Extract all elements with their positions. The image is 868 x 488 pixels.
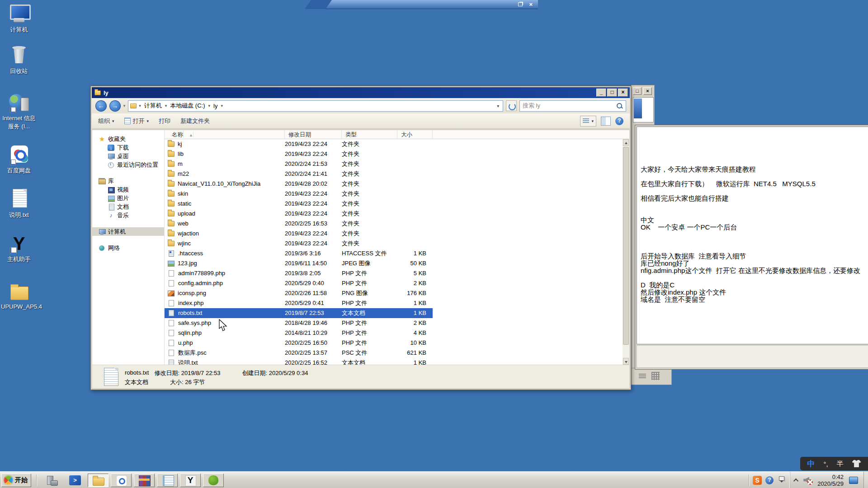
table-row[interactable]: robots.txt 2019/8/7 22:53 文本文档 1 KB [165, 308, 433, 318]
ime-chinese-mode[interactable]: 中 [807, 459, 815, 469]
breadcrumb-segment-drive[interactable]: 本地磁盘 (C:) [169, 102, 206, 110]
taskbar-button[interactable] [157, 474, 178, 487]
scroll-down-icon[interactable] [623, 358, 629, 365]
window-switcher-icon[interactable] [778, 476, 785, 485]
sidebar-item[interactable]: ★ 收藏夹 [92, 135, 164, 143]
table-row[interactable]: sqlin.php 2014/8/21 10:29 PHP 文件 4 KB [165, 328, 433, 338]
show-desktop-button[interactable] [863, 472, 868, 488]
desktop-icon[interactable]: 回收站 [1, 45, 37, 75]
table-row[interactable]: config.admin.php 2020/5/29 0:40 PHP 文件 2… [165, 278, 433, 288]
sidebar-item[interactable]: 图片 [92, 194, 164, 202]
clock[interactable]: 0:42 2020/5/29 [817, 474, 844, 487]
file-type-icon [169, 250, 174, 257]
address-dropdown-icon[interactable]: ▾ [495, 103, 501, 108]
preview-pane-button[interactable] [601, 117, 611, 126]
back-button[interactable]: ← [95, 100, 107, 112]
restore-icon[interactable] [518, 2, 523, 6]
column-header-type[interactable]: 类型 [342, 130, 397, 139]
column-header-size[interactable]: 大小 [397, 130, 433, 139]
notepad-text-area[interactable]: 大家好，今天给大家带来天痕搭建教程 在包里大家自行下载） 微软运行库 NET4.… [637, 127, 868, 344]
taskbar-button[interactable] [88, 474, 108, 487]
open-button[interactable]: 打开▾ [124, 117, 149, 125]
table-row[interactable]: m 2020/2/24 21:53 文件夹 [165, 159, 433, 169]
start-button[interactable]: 开始 [1, 474, 31, 487]
taskbar-button[interactable]: > [65, 474, 85, 487]
change-view-button[interactable]: ▾ [580, 116, 596, 127]
sidebar-item[interactable]: 库 [92, 177, 164, 185]
maximize-button[interactable]: □ [633, 87, 642, 95]
maximize-button[interactable]: □ [607, 89, 617, 97]
column-header-name[interactable]: 名称▲ [165, 130, 285, 139]
desktop-icon[interactable]: 说明.txt [1, 189, 37, 219]
taskbar-button[interactable] [111, 474, 132, 487]
file-name: config.admin.php [178, 278, 223, 288]
new-folder-button[interactable]: 新建文件夹 [180, 117, 210, 125]
table-row[interactable]: web 2020/2/25 16:53 文件夹 [165, 219, 433, 229]
desktop-icon[interactable]: Internet 信息服务 (I... [1, 92, 37, 131]
ime-skin-icon[interactable] [852, 460, 861, 467]
close-button[interactable]: × [643, 87, 652, 95]
table-row[interactable]: m22 2020/2/24 21:41 文件夹 [165, 169, 433, 179]
sidebar-item[interactable]: 桌面 [92, 152, 164, 160]
minimize-button[interactable]: _ [596, 89, 606, 97]
breadcrumb-segment-computer[interactable]: 计算机 [143, 102, 163, 110]
close-button[interactable]: × [618, 89, 628, 97]
taskbar-button[interactable] [42, 474, 62, 487]
sogou-ime-icon[interactable]: S [753, 476, 762, 485]
ime-halfwidth-mode[interactable]: 半 [837, 460, 844, 468]
table-row[interactable]: 说明.txt 2020/2/25 16:52 文本文档 1 KB [165, 358, 433, 365]
table-row[interactable]: 数据库.psc 2020/2/25 13:57 PSC 文件 621 KB [165, 348, 433, 358]
taskbar-button[interactable] [203, 474, 224, 487]
explorer-titlebar[interactable]: ly _ □ × [92, 87, 630, 98]
table-row[interactable]: upload 2019/4/23 22:24 文件夹 [165, 209, 433, 219]
address-bar[interactable]: ▾ 计算机 ▾ 本地磁盘 (C:) ▾ ly ▾ ▾ [128, 100, 503, 112]
sidebar-item[interactable]: 计算机 [92, 227, 164, 236]
refresh-button[interactable] [506, 100, 517, 111]
desktop-icon[interactable]: 计算机 [1, 4, 37, 34]
table-row[interactable]: kj 2019/4/23 22:24 文件夹 [165, 139, 433, 149]
scroll-up-icon[interactable] [623, 139, 629, 146]
sidebar-item[interactable]: 最近访问的位置 [92, 160, 164, 169]
table-row[interactable]: Navicat_V11.0.10_XiTongZhiJia 2019/4/28 … [165, 179, 433, 189]
ime-punctuation-mode[interactable]: °, [823, 460, 828, 468]
help-button[interactable]: ? [615, 117, 623, 125]
forward-button[interactable]: → [109, 100, 121, 112]
sidebar-item[interactable]: ↓ 下载 [92, 143, 164, 152]
search-input[interactable]: 搜索 ly [519, 100, 626, 112]
desktop-icon[interactable]: UPUPW_AP5.4 [1, 281, 37, 310]
table-row[interactable]: static 2019/4/23 22:24 文件夹 [165, 199, 433, 209]
desktop-icon[interactable]: 百度网盘 [1, 145, 37, 175]
scrollbar-thumb[interactable] [623, 147, 629, 345]
taskbar-button[interactable]: Y [180, 474, 201, 487]
history-dropdown-icon[interactable]: ▾ [123, 103, 126, 108]
table-row[interactable]: index.php 2020/5/29 0:41 PHP 文件 1 KB [165, 298, 433, 308]
desktop-icon[interactable]: Y 主机助手 [1, 233, 37, 263]
close-icon[interactable]: × [529, 1, 533, 7]
breadcrumb-segment-folder[interactable]: ly [212, 103, 218, 109]
table-row[interactable]: safe.sys.php 2018/4/28 19:46 PHP 文件 2 KB [165, 318, 433, 328]
help-tray-icon[interactable]: ? [765, 476, 774, 484]
sidebar-item[interactable]: ♪ 音乐 [92, 211, 164, 220]
background-window-titlebar[interactable]: × [311, 0, 538, 9]
table-row[interactable]: iconsp.png 2020/2/26 11:58 PNG 图像 176 KB [165, 288, 433, 298]
network-icon[interactable] [849, 477, 858, 484]
sidebar-item[interactable]: 视频 [92, 185, 164, 194]
horizontal-scrollbar[interactable] [637, 345, 868, 368]
print-button[interactable]: 打印 [159, 117, 170, 125]
table-row[interactable]: lib 2019/4/23 22:24 文件夹 [165, 149, 433, 159]
table-row[interactable]: .htaccess 2019/3/6 3:16 HTACCESS 文件 1 KB [165, 249, 433, 258]
column-header-date[interactable]: 修改日期 [285, 130, 342, 139]
table-row[interactable]: admin778899.php 2019/3/8 2:05 PHP 文件 5 K… [165, 268, 433, 278]
organize-button[interactable]: 组织▾ [98, 117, 114, 125]
volume-muted-icon[interactable] [803, 476, 813, 485]
vertical-scrollbar[interactable] [623, 139, 629, 365]
table-row[interactable]: 123.jpg 2019/6/11 14:50 JPEG 图像 50 KB [165, 258, 433, 268]
table-row[interactable]: u.php 2020/2/25 16:50 PHP 文件 10 KB [165, 338, 433, 348]
show-hidden-icons-chevron[interactable] [793, 478, 798, 483]
sidebar-item[interactable]: 网络 [92, 244, 164, 252]
sidebar-item[interactable]: 文档 [92, 202, 164, 211]
table-row[interactable]: wjaction 2019/4/23 22:24 文件夹 [165, 229, 433, 239]
table-row[interactable]: wjinc 2019/4/23 22:24 文件夹 [165, 239, 433, 249]
taskbar-button[interactable] [134, 474, 155, 487]
table-row[interactable]: skin 2019/4/23 22:24 文件夹 [165, 189, 433, 199]
